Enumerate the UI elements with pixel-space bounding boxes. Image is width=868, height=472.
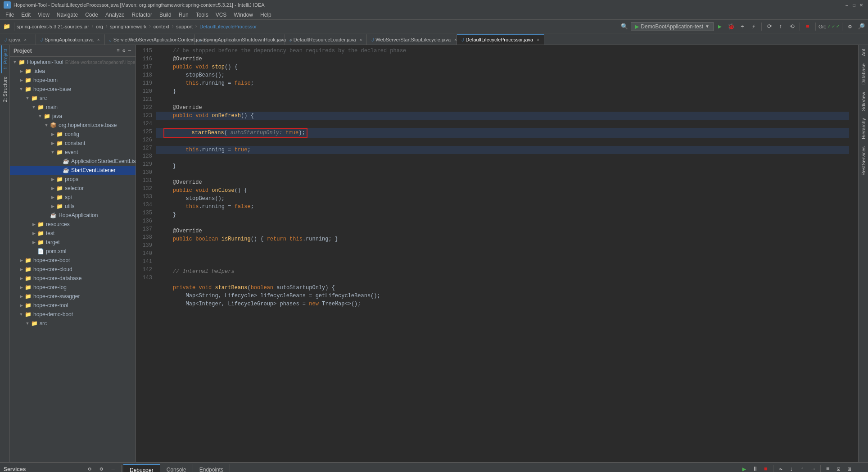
- menu-vcs[interactable]: VCS: [212, 11, 231, 19]
- vcs-update-btn[interactable]: ⟳: [764, 22, 774, 32]
- debug-btn[interactable]: 🐞: [726, 22, 736, 32]
- code-area[interactable]: // be stopped before the dependency bean…: [156, 45, 853, 462]
- search-everywhere-btn[interactable]: 🔍: [619, 22, 629, 32]
- tab-shutdown-hook[interactable]: J SpringApplicationShutdownHook.java ×: [195, 34, 285, 45]
- coverage-btn[interactable]: ☂: [737, 22, 747, 32]
- tab-endpoints[interactable]: Endpoints: [193, 464, 230, 472]
- tree-hopehomi-tool[interactable]: ▼ 📁 Hopehomi-Tool E:\idea-workspace\hope…: [10, 58, 136, 67]
- project-scope-btn[interactable]: ≡: [116, 47, 121, 54]
- sidebar-item-ant[interactable]: Ant: [860, 45, 867, 60]
- dbg-evaluate-btn[interactable]: ≡: [823, 464, 833, 472]
- menu-view[interactable]: View: [34, 11, 53, 19]
- tab-resource-loader[interactable]: J DefaultResourceLoader.java ×: [285, 34, 367, 45]
- dbg-run-to-cursor-btn[interactable]: →: [808, 464, 818, 472]
- project-hide-btn[interactable]: —: [127, 47, 132, 54]
- tree-props[interactable]: ▶ 📁 props: [10, 175, 136, 184]
- tab-console[interactable]: Console: [160, 464, 193, 472]
- tab-debugger[interactable]: Debugger: [123, 464, 160, 472]
- tree-hope-app[interactable]: ▶ ☕ HopeApplication: [10, 211, 136, 220]
- tab-servlet-web[interactable]: J ServletWebServerApplicationContext.jav…: [105, 34, 195, 45]
- tree-event[interactable]: ▼ 📁 event: [10, 148, 136, 157]
- tab-webserver-lifecycle[interactable]: J WebServerStartStopLifecycle.java ×: [367, 34, 457, 45]
- tree-idea[interactable]: ▶ 📁 .idea: [10, 67, 136, 76]
- close-button[interactable]: ✕: [858, 2, 864, 8]
- menu-build[interactable]: Build: [156, 11, 175, 19]
- tree-java[interactable]: ▼ 📁 java: [10, 112, 136, 121]
- tab-spring-app[interactable]: J SpringApplication.java ×: [36, 34, 105, 45]
- menu-code[interactable]: Code: [81, 11, 102, 19]
- menu-help[interactable]: Help: [257, 11, 275, 19]
- tree-hope-core-tool[interactable]: ▶ 📁 hope-core-tool: [10, 301, 136, 310]
- vcs-push-btn[interactable]: ↑: [776, 22, 786, 32]
- tab-close-rl[interactable]: ×: [360, 37, 362, 42]
- tree-src-2[interactable]: ▼ 📁 src: [10, 319, 136, 328]
- minimize-button[interactable]: –: [844, 2, 850, 8]
- open-project-btn[interactable]: 📁: [2, 22, 12, 32]
- project-gear-btn[interactable]: ⚙: [122, 47, 127, 54]
- services-gear-btn[interactable]: ⚙: [97, 465, 106, 472]
- tab-r-java[interactable]: J r.java ×: [0, 34, 36, 45]
- tree-utils[interactable]: ▶ 📁 utils: [10, 202, 136, 211]
- tree-hope-core-database[interactable]: ▶ 📁 hope-core-database: [10, 274, 136, 283]
- menu-edit[interactable]: Edit: [18, 11, 34, 19]
- tab-close-sa[interactable]: ×: [97, 37, 100, 42]
- dbg-step-over-btn[interactable]: ↷: [776, 464, 786, 472]
- tree-hope-demo-boot[interactable]: ▼ 📁 hope-demo-boot: [10, 310, 136, 319]
- menu-run[interactable]: Run: [175, 11, 192, 19]
- tree-target[interactable]: ▶ 📁 target: [10, 238, 136, 247]
- tree-config[interactable]: ▶ 📁 config: [10, 130, 136, 139]
- dbg-frames-btn[interactable]: ⊡: [834, 464, 844, 472]
- tab-close-dl[interactable]: ×: [537, 37, 539, 42]
- tree-pom[interactable]: ▶ 📄 pom.xml: [10, 247, 136, 256]
- menu-tools[interactable]: Tools: [192, 11, 212, 19]
- settings-btn[interactable]: ⚙: [845, 22, 855, 32]
- services-settings-btn[interactable]: ⚙: [85, 465, 94, 472]
- tree-pkg-hopehomi[interactable]: ▼ 📦 org.hopehomi.core.base: [10, 121, 136, 130]
- tree-constant[interactable]: ▶ 📁 constant: [10, 139, 136, 148]
- menu-navigate[interactable]: Navigate: [53, 11, 81, 19]
- sidebar-item-restservices[interactable]: RestServices: [860, 143, 867, 179]
- tree-hope-core-cloud[interactable]: ▶ 📁 hope-core-cloud: [10, 265, 136, 274]
- tree-hope-core-boot[interactable]: ▶ 📁 hope-core-boot: [10, 256, 136, 265]
- sidebar-item-project[interactable]: 1: Project: [1, 45, 9, 73]
- tree-hope-bom[interactable]: ▶ 📁 hope-bom: [10, 76, 136, 85]
- dbg-resume-btn[interactable]: ▶: [739, 464, 749, 472]
- tab-default-lifecycle[interactable]: J DefaultLifecycleProcessor.java ×: [457, 34, 544, 45]
- menu-file[interactable]: File: [2, 11, 18, 19]
- dbg-pause-btn[interactable]: ⏸: [750, 464, 760, 472]
- sidebar-item-sdkview[interactable]: SdkView: [860, 88, 867, 115]
- tree-start-event-listener[interactable]: ▶ ☕ StartEventListener: [10, 166, 136, 175]
- run-config-selector[interactable]: ▶ DemoBootApplication-test ▼: [631, 22, 714, 31]
- sidebar-item-structure[interactable]: 2: Structure: [1, 73, 9, 106]
- run-btn[interactable]: ▶: [715, 22, 725, 32]
- tree-hope-core-swagger[interactable]: ▶ 📁 hope-core-swagger: [10, 292, 136, 301]
- services-minimize-btn[interactable]: —: [108, 465, 118, 472]
- search-btn[interactable]: 🔎: [856, 22, 866, 32]
- dbg-stop-btn[interactable]: ■: [761, 464, 771, 472]
- tree-selector[interactable]: ▶ 📁 selector: [10, 184, 136, 193]
- tree-test[interactable]: ▶ 📁 test: [10, 229, 136, 238]
- label-cl: hope-core-log: [33, 284, 67, 290]
- menu-window[interactable]: Window: [230, 11, 257, 19]
- sidebar-item-hierarchy[interactable]: Hierarchy: [860, 114, 867, 143]
- tab-close-wl[interactable]: ×: [454, 37, 457, 42]
- tree-main[interactable]: ▼ 📁 main: [10, 103, 136, 112]
- tree-hope-core-base[interactable]: ▼ 📁 hope-core-base: [10, 85, 136, 94]
- dbg-step-out-btn[interactable]: ↑: [797, 464, 807, 472]
- tree-hope-core-log[interactable]: ▶ 📁 hope-core-log: [10, 283, 136, 292]
- tree-resources[interactable]: ▶ 📁 resources: [10, 220, 136, 229]
- tree-app-started-listener[interactable]: ▶ ☕ ApplicationStartedEventListener: [10, 157, 136, 166]
- tree-spi[interactable]: ▶ 📁 spi: [10, 193, 136, 202]
- dbg-variables-btn[interactable]: ⊞: [845, 464, 854, 472]
- tab-close-r[interactable]: ×: [24, 37, 27, 42]
- dbg-step-into-btn[interactable]: ↓: [787, 464, 796, 472]
- sidebar-item-database[interactable]: Database: [860, 60, 867, 88]
- profile-btn[interactable]: ⚡: [749, 22, 759, 32]
- stop-btn[interactable]: ■: [803, 22, 813, 32]
- vcs-history-btn[interactable]: ⟲: [787, 22, 797, 32]
- maximize-button[interactable]: □: [851, 2, 857, 8]
- menu-refactor[interactable]: Refactor: [128, 11, 156, 19]
- tree-src[interactable]: ▼ 📁 src: [10, 94, 136, 103]
- menu-analyze[interactable]: Analyze: [102, 11, 128, 19]
- app-icon: I: [4, 1, 11, 9]
